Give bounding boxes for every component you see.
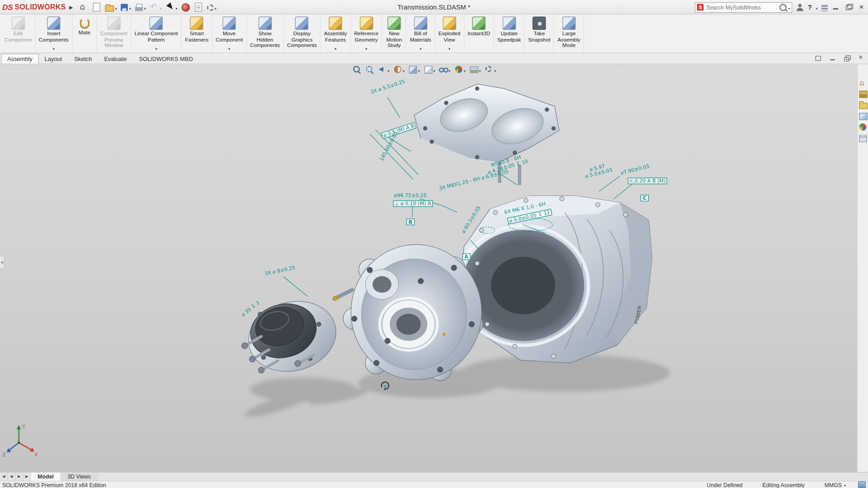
command-tab[interactable]: Assembly bbox=[1, 54, 38, 64]
hud-caret-icon[interactable] bbox=[433, 65, 435, 75]
dropdown-caret-icon[interactable] bbox=[115, 2, 117, 12]
command-tab[interactable]: SOLIDWORKS MBD bbox=[133, 54, 199, 64]
gearbox-housing-part[interactable]: POWER bbox=[458, 196, 652, 363]
quick-tool-button[interactable] bbox=[119, 1, 133, 13]
restore-button[interactable] bbox=[844, 3, 853, 12]
task-pane-icon[interactable] bbox=[859, 79, 868, 88]
ribbon-button[interactable]: Display Graphics Components bbox=[284, 15, 321, 52]
ribbon-button[interactable]: Insert Components bbox=[36, 15, 73, 52]
task-pane-icon[interactable] bbox=[859, 134, 868, 143]
hud-button[interactable] bbox=[365, 65, 374, 74]
hud-button[interactable] bbox=[485, 65, 496, 75]
tab-scroll-prev-icon[interactable]: ◀ bbox=[8, 473, 15, 481]
dropdown-caret-icon[interactable] bbox=[175, 2, 177, 12]
quick-tool-button[interactable] bbox=[77, 1, 90, 12]
hud-button[interactable] bbox=[353, 65, 362, 74]
hud-button[interactable] bbox=[469, 65, 481, 75]
search-input[interactable] bbox=[705, 4, 778, 11]
help-caret-icon[interactable] bbox=[816, 2, 817, 12]
ribbon-button[interactable]: Take Snapshot bbox=[525, 15, 554, 52]
dropdown-caret-icon[interactable] bbox=[129, 2, 131, 12]
ribbon-button[interactable]: Reference Geometry bbox=[351, 15, 382, 52]
quick-tool-button[interactable] bbox=[133, 1, 147, 13]
doc-close-icon[interactable] bbox=[858, 55, 865, 61]
ribbon-button[interactable]: Mate bbox=[72, 15, 97, 52]
model-tab[interactable]: 3D Views bbox=[61, 473, 98, 481]
quick-tool-button[interactable] bbox=[192, 1, 204, 12]
tab-scroll-next-icon[interactable]: ▶ bbox=[15, 473, 23, 481]
front-cover-part[interactable] bbox=[343, 244, 483, 380]
hud-button[interactable] bbox=[454, 65, 466, 75]
quick-tool-button[interactable] bbox=[179, 1, 191, 12]
top-cover-part[interactable] bbox=[414, 84, 559, 185]
hud-caret-icon[interactable] bbox=[403, 65, 405, 75]
menu-expand-icon[interactable]: ▶ bbox=[69, 4, 73, 9]
doc-restore-icon[interactable] bbox=[844, 55, 850, 61]
ribbon-button[interactable]: Assembly Features bbox=[321, 15, 350, 52]
hud-caret-icon[interactable] bbox=[494, 65, 496, 75]
dowel-pin-part[interactable] bbox=[333, 290, 352, 300]
task-pane-icon[interactable] bbox=[859, 112, 868, 121]
task-pane-icon[interactable] bbox=[859, 89, 868, 99]
hud-button[interactable] bbox=[378, 65, 389, 75]
panel-splitter-handle[interactable] bbox=[0, 256, 5, 269]
quick-tool-button[interactable] bbox=[164, 1, 179, 13]
ribbon-caret-icon[interactable] bbox=[228, 46, 230, 52]
ribbon-button[interactable]: Component Preview Window bbox=[97, 15, 131, 52]
quick-tool-button[interactable] bbox=[90, 1, 103, 12]
ribbon-button[interactable]: Linear Component Pattern bbox=[131, 15, 182, 52]
ribbon-caret-icon[interactable] bbox=[448, 46, 450, 52]
hud-caret-icon[interactable] bbox=[479, 65, 481, 75]
command-tab[interactable]: Sketch bbox=[68, 54, 98, 64]
ribbon-button[interactable]: Update Speedpak bbox=[494, 15, 525, 52]
ribbon-button[interactable]: Instant3D bbox=[464, 15, 494, 52]
search-box[interactable] bbox=[695, 2, 793, 12]
ribbon-caret-icon[interactable] bbox=[53, 46, 55, 52]
ribbon-caret-icon[interactable] bbox=[420, 46, 421, 52]
user-account-icon[interactable] bbox=[796, 3, 804, 11]
hud-caret-icon[interactable] bbox=[418, 65, 420, 75]
doc-minimize-icon[interactable] bbox=[829, 55, 836, 61]
tab-scroll-last-icon[interactable]: ▶ bbox=[23, 473, 31, 481]
model-tab[interactable]: Model bbox=[31, 473, 61, 481]
hud-button[interactable] bbox=[393, 65, 405, 75]
end-cap-part[interactable] bbox=[241, 292, 344, 381]
graphics-viewport[interactable]: POWER bbox=[0, 64, 868, 472]
status-corner-icon[interactable] bbox=[858, 481, 866, 488]
quick-tool-button[interactable] bbox=[148, 1, 164, 13]
command-tab[interactable]: Layout bbox=[38, 54, 68, 64]
hud-button[interactable] bbox=[424, 65, 435, 75]
dropdown-caret-icon[interactable] bbox=[215, 2, 217, 12]
hud-button[interactable] bbox=[409, 65, 420, 75]
close-button[interactable] bbox=[857, 3, 866, 12]
hud-caret-icon[interactable] bbox=[387, 65, 389, 75]
minimize-button[interactable] bbox=[831, 3, 840, 12]
dropdown-caret-icon[interactable] bbox=[144, 2, 146, 12]
help-button[interactable]: ? bbox=[808, 3, 812, 11]
ribbon-button[interactable]: Smart Fasteners bbox=[182, 15, 212, 52]
ribbon-caret-icon[interactable] bbox=[335, 46, 336, 52]
command-tab[interactable]: Evaluate bbox=[98, 54, 133, 64]
ribbon-button[interactable]: New Motion Study bbox=[382, 15, 406, 52]
ribbon-button[interactable]: Large Assembly Mode bbox=[554, 15, 584, 52]
task-pane-icon[interactable] bbox=[859, 101, 868, 110]
search-caret-icon[interactable] bbox=[788, 2, 790, 12]
ribbon-button[interactable]: Edit Component bbox=[1, 15, 35, 52]
ribbon-button[interactable]: Bill of Materials bbox=[406, 15, 435, 52]
dropdown-caret-icon[interactable] bbox=[160, 2, 161, 12]
ribbon-caret-icon[interactable] bbox=[155, 46, 157, 52]
doc-float-icon[interactable] bbox=[815, 55, 821, 61]
ribbon-button[interactable]: Show Hidden Components bbox=[247, 15, 284, 52]
hud-caret-icon[interactable] bbox=[464, 65, 466, 75]
ribbon-caret-icon[interactable] bbox=[365, 46, 367, 52]
quick-tool-button[interactable] bbox=[104, 1, 119, 13]
ribbon-button[interactable]: Exploded View bbox=[435, 15, 464, 52]
tab-scroll-first-icon[interactable]: ◀ bbox=[0, 473, 8, 481]
quick-tool-button[interactable] bbox=[205, 1, 218, 13]
unit-system-selector[interactable]: MMGS bbox=[815, 482, 850, 488]
window-layout-icon[interactable] bbox=[821, 5, 827, 10]
task-pane-icon[interactable] bbox=[859, 123, 868, 132]
ribbon-button[interactable]: Move Component bbox=[212, 15, 247, 52]
search-icon[interactable] bbox=[779, 4, 787, 11]
hud-caret-icon[interactable] bbox=[448, 65, 450, 75]
